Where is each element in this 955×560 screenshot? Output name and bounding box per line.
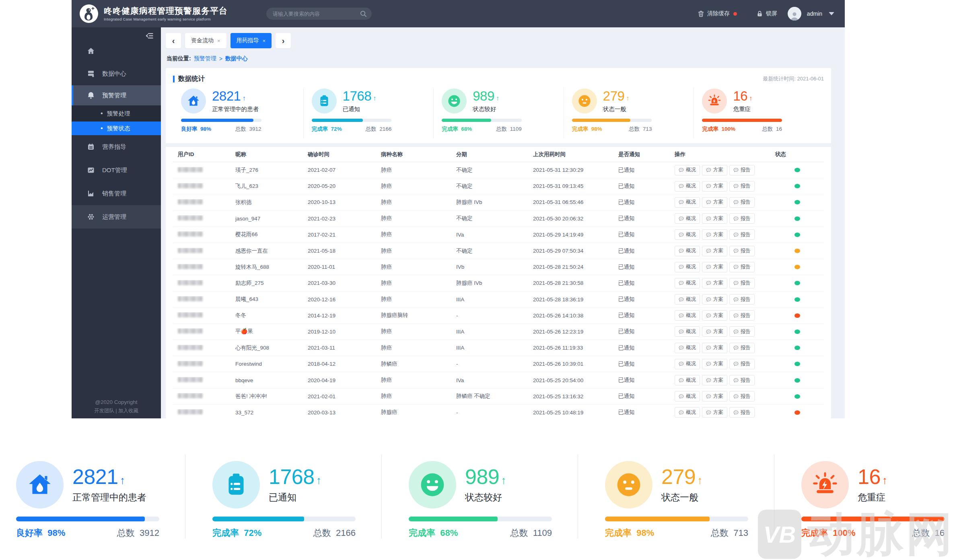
action-report-button[interactable]: 报告 bbox=[729, 262, 755, 272]
sidebar-item-alert-management[interactable]: 预警管理 bbox=[72, 85, 161, 105]
user-avatar[interactable] bbox=[788, 7, 801, 21]
breadcrumb-current-link[interactable]: 数据中心 bbox=[225, 55, 248, 62]
total-text: 总数 16 bbox=[912, 527, 945, 539]
action-overview-button[interactable]: 概况 bbox=[675, 262, 700, 272]
tab-medication-guide[interactable]: 用药指导 × bbox=[231, 33, 272, 48]
action-report-button[interactable]: 报告 bbox=[729, 197, 755, 208]
clear-cache-button[interactable]: 清除缓存 bbox=[698, 10, 737, 17]
collapse-sidebar-icon[interactable] bbox=[145, 31, 154, 40]
close-icon[interactable]: × bbox=[217, 38, 220, 44]
sidebar-subitem-alert-status[interactable]: • 预警状态 bbox=[72, 121, 161, 135]
action-overview-button[interactable]: 概况 bbox=[675, 391, 700, 401]
action-report-button[interactable]: 报告 bbox=[729, 343, 755, 353]
action-plan-button[interactable]: 方案 bbox=[702, 262, 727, 272]
action-report-button[interactable]: 报告 bbox=[729, 181, 755, 191]
action-report-button[interactable]: 报告 bbox=[729, 359, 755, 369]
tab-funds-flow[interactable]: 资金流动 × bbox=[185, 33, 226, 48]
global-search[interactable] bbox=[266, 8, 372, 20]
action-overview-button[interactable]: 概况 bbox=[675, 229, 700, 240]
action-report-button[interactable]: 报告 bbox=[729, 391, 755, 401]
action-overview-button[interactable]: 概况 bbox=[675, 246, 700, 256]
action-plan-button[interactable]: 方案 bbox=[702, 246, 727, 256]
action-overview-button[interactable]: 概况 bbox=[675, 181, 700, 191]
sidebar-item-dot-management[interactable]: DOT管理 bbox=[72, 159, 161, 182]
action-plan-button[interactable]: 方案 bbox=[702, 181, 727, 191]
cell-status bbox=[770, 378, 824, 383]
action-overview-button[interactable]: 概况 bbox=[675, 375, 700, 385]
breadcrumb-parent-link[interactable]: 预警管理 bbox=[194, 55, 216, 62]
action-report-button[interactable]: 报告 bbox=[729, 229, 755, 240]
action-plan-button[interactable]: 方案 bbox=[702, 343, 727, 353]
action-plan-button[interactable]: 方案 bbox=[702, 326, 727, 337]
cell-user-id bbox=[173, 393, 231, 399]
action-plan-button[interactable]: 方案 bbox=[702, 391, 727, 401]
rate-label: 良好率 bbox=[16, 528, 43, 538]
action-plan-button[interactable]: 方案 bbox=[702, 310, 727, 321]
action-plan-button[interactable]: 方案 bbox=[702, 359, 727, 369]
action-overview-button[interactable]: 概况 bbox=[675, 294, 700, 305]
cell-last-medication-time: 2021-05-25 13:16:32 bbox=[528, 393, 613, 399]
action-overview-button[interactable]: 概况 bbox=[675, 197, 700, 208]
action-overview-button[interactable]: 概况 bbox=[675, 343, 700, 353]
action-report-button[interactable]: 报告 bbox=[729, 407, 755, 418]
rate-text: 完成率 100% bbox=[702, 126, 735, 133]
action-plan-button[interactable]: 方案 bbox=[702, 278, 727, 288]
action-overview-button[interactable]: 概况 bbox=[675, 326, 700, 337]
sidebar-item-ops-management[interactable]: 运营管理 bbox=[72, 205, 161, 229]
progress-track bbox=[702, 119, 782, 122]
action-report-button[interactable]: 报告 bbox=[729, 326, 755, 337]
tabs-scroll-right-button[interactable]: › bbox=[276, 33, 291, 48]
page-canvas: 咚咚健康病程管理预警服务平台 Integrated Case Managemen… bbox=[0, 0, 955, 560]
action-report-button[interactable]: 报告 bbox=[729, 278, 755, 288]
action-report-button[interactable]: 报告 bbox=[729, 310, 755, 321]
stat-value: 16↑ bbox=[858, 466, 887, 487]
cell-stage: IVb bbox=[451, 264, 528, 270]
close-icon[interactable]: × bbox=[263, 38, 266, 44]
action-plan-button[interactable]: 方案 bbox=[702, 375, 727, 385]
action-plan-button[interactable]: 方案 bbox=[702, 294, 727, 305]
action-label: 报告 bbox=[741, 167, 751, 173]
action-plan-button[interactable]: 方案 bbox=[702, 229, 727, 240]
action-overview-button[interactable]: 概况 bbox=[675, 213, 700, 224]
sidebar-item-data-center[interactable]: 数据中心 bbox=[72, 62, 161, 85]
action-overview-button[interactable]: 概况 bbox=[675, 310, 700, 321]
lock-screen-button[interactable]: 锁屏 bbox=[756, 10, 777, 17]
cell-stage: IVa bbox=[451, 232, 528, 238]
rate-value: 100% bbox=[721, 126, 735, 132]
action-overview-button[interactable]: 概况 bbox=[675, 407, 700, 418]
action-overview-button[interactable]: 概况 bbox=[675, 278, 700, 288]
sidebar-subitem-alert-process[interactable]: • 预警处理 bbox=[72, 105, 161, 121]
action-plan-button[interactable]: 方案 bbox=[702, 407, 727, 418]
table-row: Forestwind 2018-04-12 肺鳞癌 - 2021-05-26 1… bbox=[173, 356, 824, 372]
caret-down-icon[interactable] bbox=[829, 12, 834, 15]
action-report-button[interactable]: 报告 bbox=[729, 294, 755, 305]
dev-links[interactable]: 开发团队 | 加入收藏 bbox=[72, 408, 161, 414]
comment-icon bbox=[706, 346, 711, 350]
action-report-button[interactable]: 报告 bbox=[729, 213, 755, 224]
action-label: 概况 bbox=[686, 215, 696, 222]
search-icon[interactable] bbox=[360, 10, 367, 17]
sidebar-item-sales-management[interactable]: 销售管理 bbox=[72, 182, 161, 205]
stat-card-large: 2821↑ 正常管理中的患者 良好率 98% 总数 3912 bbox=[16, 461, 159, 539]
action-label: 方案 bbox=[713, 328, 723, 335]
action-plan-button[interactable]: 方案 bbox=[702, 165, 727, 175]
action-overview-button[interactable]: 概况 bbox=[675, 359, 700, 369]
cell-last-medication-time: 2021-05-31 12:30:29 bbox=[528, 167, 613, 173]
tabs-scroll-left-button[interactable]: ‹ bbox=[166, 33, 181, 48]
action-report-button[interactable]: 报告 bbox=[729, 246, 755, 256]
action-report-button[interactable]: 报告 bbox=[729, 375, 755, 385]
action-overview-button[interactable]: 概况 bbox=[675, 165, 700, 175]
table-row: 樱花雨66 2017-02-21 肺癌 IVa 2021-05-29 14:19… bbox=[173, 227, 824, 243]
action-plan-button[interactable]: 方案 bbox=[702, 197, 727, 208]
cell-diagnosed-date: 2017-02-21 bbox=[303, 232, 376, 238]
username[interactable]: admin bbox=[807, 10, 822, 17]
user-id-redacted bbox=[178, 393, 203, 398]
search-input[interactable] bbox=[273, 11, 360, 17]
action-report-button[interactable]: 报告 bbox=[729, 165, 755, 175]
stat-icon bbox=[409, 461, 456, 509]
user-id-redacted bbox=[178, 167, 203, 172]
sidebar-item-home[interactable] bbox=[72, 40, 161, 62]
action-plan-button[interactable]: 方案 bbox=[702, 213, 727, 224]
sidebar-item-nutrition[interactable]: 营养指导 bbox=[72, 135, 161, 159]
stat-card-large: 989↑ 状态较好 完成率 68% 总数 1109 bbox=[409, 461, 552, 539]
